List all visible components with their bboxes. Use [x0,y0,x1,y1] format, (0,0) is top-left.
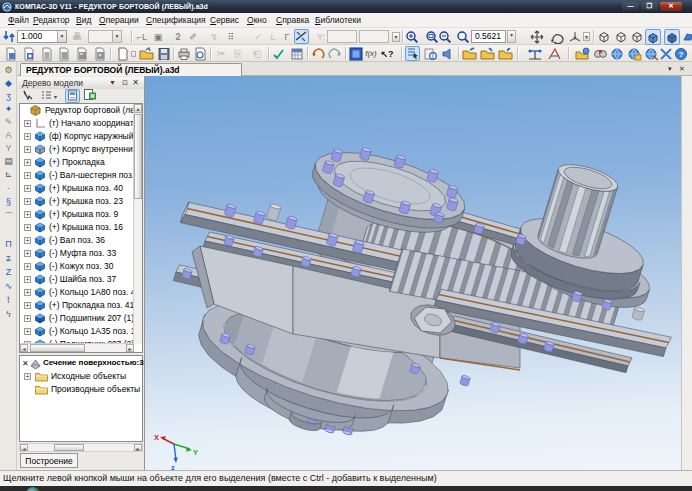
svg-text:?: ? [679,50,684,59]
svg-text:z: z [171,463,175,470]
svg-text:X: X [154,433,159,442]
svg-text:Y: Y [193,448,198,457]
